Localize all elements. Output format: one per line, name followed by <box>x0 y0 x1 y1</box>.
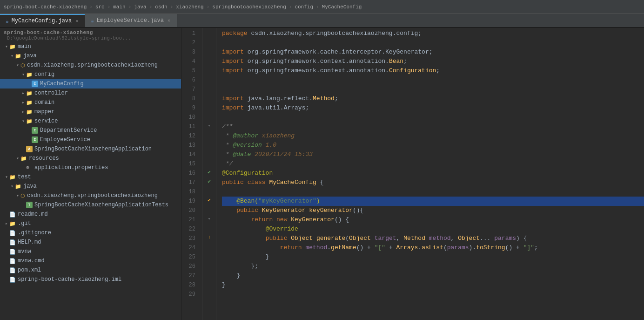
gutter-line-10 <box>202 112 216 121</box>
sidebar-item-employeeservice[interactable]: I EmployeeService <box>0 135 181 144</box>
tab-label: EmployeeService.java <box>97 17 164 24</box>
file-icon: 📄 <box>9 249 16 255</box>
folder-open-icon: 📁 <box>15 184 21 190</box>
gutter-action-warn-19[interactable]: ✔ <box>202 196 216 205</box>
java-interface-icon: I <box>32 136 38 143</box>
gutter-fold-11[interactable]: ▾ <box>202 121 216 130</box>
breadcrumb: MyCacheConfig <box>322 4 362 10</box>
gutter-line-27 <box>202 270 216 279</box>
tab-employeeservice[interactable]: ☕ EmployeeService.java ✕ <box>85 14 177 27</box>
folder-open-icon: 📁 <box>20 156 27 162</box>
code-editor[interactable]: 1 2 3 4 5 6 7 8 9 10 11 12 13 14 15 16 1… <box>181 28 644 320</box>
code-content[interactable]: package csdn.xiaozheng.springbootcachexi… <box>216 28 644 320</box>
chevron-icon <box>15 193 20 198</box>
code-line-22: @Override <box>222 225 644 234</box>
sidebar-item-config[interactable]: 📁 config <box>0 70 181 79</box>
sidebar-item-controller[interactable]: 📁 controller <box>0 89 181 98</box>
sidebar-item-service[interactable]: 📁 service <box>0 116 181 126</box>
chevron-icon <box>9 53 15 59</box>
sidebar-item-domain[interactable]: 📁 domain <box>0 98 181 107</box>
sidebar-item-test[interactable]: 📁 test <box>0 172 181 182</box>
code-line-26: }; <box>222 262 644 271</box>
sidebar-item-java-test[interactable]: 📁 java <box>0 182 181 191</box>
folder-open-icon: 📁 <box>9 174 16 180</box>
tab-close-button[interactable]: ✕ <box>167 17 171 24</box>
file-icon: 📄 <box>9 211 16 218</box>
gutter-line-24 <box>202 242 216 252</box>
sidebar-item-label: pom.xml <box>18 267 41 273</box>
breadcrumb: config <box>295 4 313 10</box>
gutter-line-12 <box>202 130 216 140</box>
sidebar-item-mapper[interactable]: 📁 mapper <box>0 107 181 116</box>
sidebar-item-label: csdn.xiaozheng.springbootcachexiaozheng <box>27 62 158 68</box>
sidebar-item-label: controller <box>34 90 68 96</box>
gutter-line-22 <box>202 224 216 233</box>
sidebar-item-label: HELP.md <box>18 239 41 245</box>
breadcrumb-bar: spring-boot-cache-xiaozheng › src › main… <box>0 0 644 14</box>
gutter-line-5 <box>202 65 216 75</box>
sidebar-item-label: java <box>23 183 37 190</box>
gutter-fold-21[interactable]: ▾ <box>202 214 216 224</box>
props-icon: ⚙ <box>26 164 33 171</box>
breadcrumb: csdn <box>155 4 167 10</box>
code-line-28: } <box>222 280 644 290</box>
sidebar-item-mycacheconfig[interactable]: C MyCacheConfig <box>0 79 181 89</box>
gutter-line-20 <box>202 205 216 214</box>
folder-open-icon: 📁 <box>26 72 33 78</box>
sidebar-item-pomxml[interactable]: 📄 pom.xml <box>0 266 181 275</box>
tab-close-button[interactable]: ✕ <box>74 18 79 24</box>
chevron-icon <box>20 100 26 105</box>
gutter-action-17[interactable]: ✔ <box>202 177 216 186</box>
sidebar-root-label: spring-boot-cache-xiaozheng D:\googleDow… <box>0 28 181 42</box>
gutter-line-6 <box>202 75 216 84</box>
sidebar-item-gitignore[interactable]: 📄 .gitignore <box>0 228 181 238</box>
sidebar-item-label: SpringBootCacheXiaozhengApplication <box>34 146 152 152</box>
file-icon: 📄 <box>9 277 16 283</box>
sidebar-item-main[interactable]: 📁 main <box>0 42 181 51</box>
file-icon: 📄 <box>9 230 16 236</box>
code-line-9: import java.util.Arrays; <box>222 103 644 113</box>
sidebar-item-mvnwcmd[interactable]: 📄 mvnw.cmd <box>0 256 181 266</box>
folder-icon: 📁 <box>26 100 33 106</box>
code-line-19: @Bean("myKeyGenerator") <box>222 197 644 206</box>
code-line-4: import org.springframework.context.annot… <box>222 57 644 66</box>
gutter-warn-23[interactable]: ! <box>202 233 216 242</box>
code-line-25: } <box>222 252 644 262</box>
sidebar-item-mvnw[interactable]: 📄 mvnw <box>0 247 181 256</box>
tab-mycacheconfig[interactable]: ☕ MyCacheConfig.java ✕ <box>0 14 85 27</box>
gutter-line-7 <box>202 84 216 93</box>
breadcrumb: springbootcachexiaozheng <box>212 4 286 10</box>
java-file-icon: ☕ <box>6 18 9 24</box>
sidebar-item-label: EmployeeService <box>40 136 90 143</box>
code-line-8: import java.lang.reflect.Method; <box>222 94 644 103</box>
sidebar-item-java[interactable]: 📁 java <box>0 51 181 61</box>
gutter-line-8 <box>202 93 216 102</box>
folder-open-icon: 📁 <box>9 44 16 50</box>
sidebar-item-readme[interactable]: 📄 readme.md <box>0 210 181 219</box>
sidebar-item-resources[interactable]: 📁 resources <box>0 154 181 163</box>
code-line-15: */ <box>222 159 644 169</box>
sidebar-item-test-package[interactable]: ⬡ csdn.xiaozheng.springbootcachexiaozhen… <box>0 191 181 200</box>
sidebar-item-apptests[interactable]: T SpringBootCacheXiaozhengApplicationTes… <box>0 200 181 210</box>
breadcrumb: java <box>134 4 146 10</box>
sidebar-item-label: resources <box>29 155 59 162</box>
sidebar-item-git[interactable]: 📁 .git <box>0 219 181 228</box>
sidebar-item-departmentservice[interactable]: I DepartmentService <box>0 126 181 135</box>
sidebar-item-appprops[interactable]: ⚙ application.properties <box>0 163 181 172</box>
code-line-1: package csdn.xiaozheng.springbootcachexi… <box>222 29 644 38</box>
chevron-icon <box>20 72 26 77</box>
code-line-3: import org.springframework.cache.interce… <box>222 48 644 57</box>
project-sidebar: spring-boot-cache-xiaozheng D:\googleDow… <box>0 28 181 320</box>
chevron-icon <box>4 221 9 226</box>
folder-open-icon: 📁 <box>26 118 33 124</box>
sidebar-item-label: main <box>18 43 31 50</box>
sidebar-item-iml[interactable]: 📄 spring-boot-cache-xiaozheng.iml <box>0 275 181 284</box>
breadcrumb: main <box>113 4 125 10</box>
code-line-17: public class MyCacheConfig { <box>222 178 644 187</box>
sidebar-item-helpmd[interactable]: 📄 HELP.md <box>0 238 181 247</box>
sidebar-item-app[interactable]: A SpringBootCacheXiaozhengApplication <box>0 144 181 154</box>
sidebar-item-package[interactable]: ⬡ csdn.xiaozheng.springbootcachexiaozhen… <box>0 61 181 70</box>
main-layout: spring-boot-cache-xiaozheng D:\googleDow… <box>0 28 644 320</box>
gutter-action-16[interactable]: ✔ <box>202 168 216 177</box>
gutter-line-29 <box>202 289 216 298</box>
